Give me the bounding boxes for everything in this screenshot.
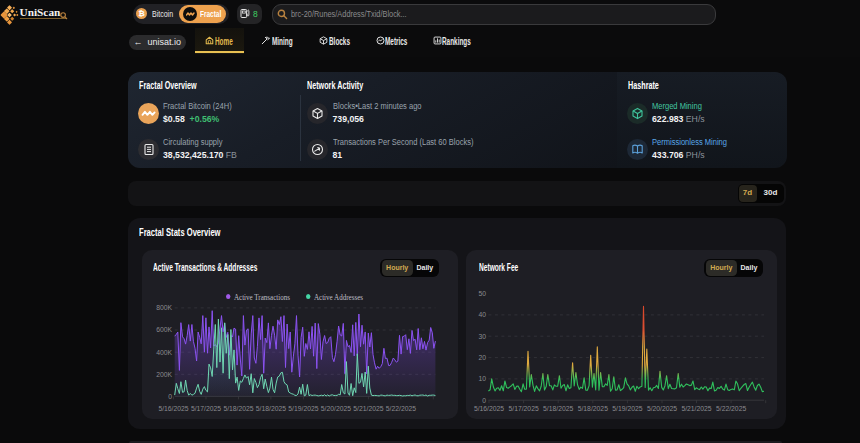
svg-text:50: 50 bbox=[478, 290, 486, 297]
svg-text:5/19/2025: 5/19/2025 bbox=[612, 405, 642, 412]
svg-text:800K: 800K bbox=[156, 304, 172, 311]
svg-text:5/17/2025: 5/17/2025 bbox=[508, 405, 538, 412]
svg-text:30: 30 bbox=[478, 333, 486, 340]
svg-text:5/20/2025: 5/20/2025 bbox=[647, 405, 677, 412]
svg-text:5/18/2025: 5/18/2025 bbox=[223, 405, 253, 412]
svg-text:200K: 200K bbox=[156, 371, 172, 378]
svg-text:5/20/2025: 5/20/2025 bbox=[321, 405, 351, 412]
svg-text:5/16/2025: 5/16/2025 bbox=[158, 405, 188, 412]
svg-text:400K: 400K bbox=[156, 349, 172, 356]
svg-text:0: 0 bbox=[168, 393, 172, 400]
svg-text:5/18/2025: 5/18/2025 bbox=[256, 405, 286, 412]
svg-text:10: 10 bbox=[478, 375, 486, 382]
svg-text:5/21/2025: 5/21/2025 bbox=[681, 405, 711, 412]
svg-text:5/22/2025: 5/22/2025 bbox=[716, 405, 746, 412]
svg-text:5/18/2025: 5/18/2025 bbox=[543, 405, 573, 412]
svg-text:5/22/2025: 5/22/2025 bbox=[386, 405, 416, 412]
svg-text:40: 40 bbox=[478, 311, 486, 318]
svg-text:5/18/2025: 5/18/2025 bbox=[578, 405, 608, 412]
svg-text:600K: 600K bbox=[156, 326, 172, 333]
svg-text:20: 20 bbox=[478, 354, 486, 361]
svg-text:5/16/2025: 5/16/2025 bbox=[474, 405, 504, 412]
svg-text:5/17/2025: 5/17/2025 bbox=[191, 405, 221, 412]
svg-text:0: 0 bbox=[482, 397, 486, 404]
svg-text:5/19/2025: 5/19/2025 bbox=[288, 405, 318, 412]
svg-text:5/21/2025: 5/21/2025 bbox=[353, 405, 383, 412]
